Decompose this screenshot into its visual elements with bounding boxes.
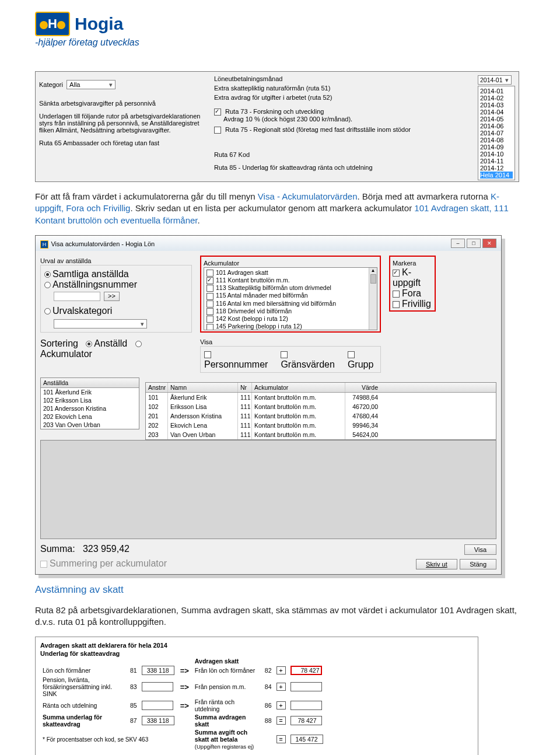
lbl-samtliga: Samtliga anställda (52, 269, 129, 279)
maximize-button[interactable]: □ (467, 239, 481, 248)
list-item[interactable]: 202 Ekovich Lena (41, 413, 139, 421)
anstnr-input[interactable] (54, 292, 100, 301)
r85-input[interactable] (142, 701, 173, 710)
ack-cb-111[interactable] (206, 277, 214, 284)
r88-num: 88 (262, 713, 274, 728)
col-anstnr: Anstnr (146, 383, 168, 392)
ruta75-checkbox[interactable] (214, 127, 221, 134)
lbl-fora: Fora (402, 288, 421, 298)
period-item[interactable]: 2014-08 (480, 137, 513, 144)
stang-button[interactable]: Stäng (460, 559, 496, 569)
result-grid: Anstnr Namn Nr Ackumulator Värde 101Åker… (145, 382, 496, 440)
anstallda-list[interactable]: Anställda 101 Åkerlund Erik 102 Eriksson… (40, 378, 139, 429)
radio-sort-ack[interactable] (135, 341, 142, 347)
ack-it-118: 118 Drivmedel vid bilförmån (216, 307, 292, 314)
rfin-note: (Uppgiften registeras ej) (195, 743, 254, 750)
list-item[interactable]: 102 Eriksson Lisa (41, 396, 139, 404)
kategori-label: Kategori (39, 81, 63, 88)
ack-it-145: 145 Parkering (belopp i ruta 12) (216, 323, 302, 330)
table-row: 202Ekovich Lena111Kontant bruttolön m.m.… (146, 421, 496, 430)
skrivut-button[interactable]: Skriv ut (416, 559, 457, 569)
period-item[interactable]: 2014-11 (480, 158, 513, 165)
period-item[interactable]: 2014-03 (480, 102, 513, 109)
radio-samtliga[interactable] (44, 271, 51, 278)
ruta65-text: Ruta 65 Ambassader och företag utan fast (39, 139, 202, 146)
ack-cb-115[interactable] (206, 293, 214, 300)
cb-summering[interactable] (40, 561, 47, 568)
forward-button[interactable]: >> (104, 292, 120, 301)
cb-frivillig[interactable] (393, 301, 400, 308)
ack-cb-118[interactable] (206, 308, 214, 315)
period-item[interactable]: 2014-12 (480, 165, 513, 172)
period-item-hela[interactable]: Hela 2014 (480, 172, 513, 179)
cb-fora[interactable] (393, 291, 400, 298)
ack-cb-113[interactable] (206, 285, 214, 292)
lbl-sort-anst: Anställd (94, 338, 127, 348)
arrow-icon: => (179, 701, 190, 710)
summa-value: 323 959,42 (83, 544, 130, 554)
period-item[interactable]: 2014-05 (480, 116, 513, 123)
minimize-button[interactable]: – (451, 239, 465, 248)
cb-personnr[interactable] (204, 351, 211, 358)
ack-label: Ackumulator (204, 260, 377, 267)
summa-label: Summa: (40, 544, 75, 554)
p1b: Visa - Ackumulatorvärden (258, 191, 358, 201)
ruta73-checkbox[interactable] (214, 109, 221, 116)
cb-grupp[interactable] (348, 351, 355, 358)
period-item[interactable]: 2014-10 (480, 151, 513, 158)
period-item[interactable]: 2014-09 (480, 144, 513, 151)
r88-input[interactable]: 78 427 (290, 716, 322, 725)
period-item[interactable]: 2014-04 (480, 109, 513, 116)
ack-cb-101[interactable] (206, 270, 214, 277)
ack-cb-145[interactable] (206, 324, 214, 330)
cb-gransv[interactable] (281, 351, 288, 358)
grid-empty-area (40, 440, 496, 539)
col-namn: Namn (168, 383, 238, 392)
r81-label: Lön och förmåner (40, 665, 128, 676)
r81-num: 81 (128, 665, 139, 676)
ss3-title1: Avdragen skatt att deklarera för hela 20… (40, 642, 473, 649)
r85-num: 85 (128, 698, 139, 713)
period-item[interactable]: 2014-02 (480, 95, 513, 102)
r81-input[interactable]: 338 118 (142, 666, 174, 675)
eq-icon: = (276, 735, 286, 743)
urvalkat-dropdown[interactable] (54, 319, 147, 328)
ack-it-142: 142 Kost (belopp i ruta 12) (216, 315, 288, 322)
period-item[interactable]: 2014-07 (480, 130, 513, 137)
r83-input[interactable] (142, 682, 173, 691)
list-item[interactable]: 203 Van Oven Urban (41, 421, 139, 429)
period-item[interactable]: 2014-06 (480, 123, 513, 130)
r86-input[interactable] (290, 701, 322, 710)
r87-input[interactable]: 338 118 (142, 716, 174, 725)
radio-urvalkat[interactable] (44, 308, 51, 314)
ack-scrollbar[interactable] (369, 268, 377, 330)
rfin-label: Summa avgift och skatt att betala (195, 729, 247, 743)
radio-sort-anst[interactable] (86, 341, 92, 347)
visa-button[interactable]: Visa (464, 544, 496, 555)
list-item[interactable]: 101 Åkerlund Erik (41, 388, 139, 396)
table-row: 101Åkerlund Erik111Kontant bruttolön m.m… (146, 393, 496, 402)
period-item[interactable]: 2014-01 (480, 88, 513, 95)
arrow-icon: => (179, 683, 190, 691)
r85-label: Ränta och utdelning (40, 698, 128, 713)
list-item[interactable]: 201 Andersson Kristina (41, 404, 139, 413)
cb-kuppgift[interactable] (393, 270, 400, 277)
underlag-text: Underlagen till följande rutor på arbets… (39, 113, 202, 134)
ack-listbox[interactable]: 101 Avdragen skatt 111 Kontant bruttolön… (204, 267, 377, 330)
period-select[interactable]: 2014-01 (478, 75, 512, 85)
radio-anstnr[interactable] (44, 282, 51, 288)
ruta73-sub: Avdrag 10 % (dock högst 230 000 kr/månad… (223, 116, 466, 123)
r82-input[interactable]: 78 427 (290, 666, 322, 675)
ack-cb-142[interactable] (206, 316, 214, 323)
kategori-dropdown[interactable]: Alla (66, 80, 116, 89)
close-button[interactable]: ✕ (482, 239, 496, 248)
r84-input[interactable] (290, 682, 322, 691)
rfin-input[interactable]: 145 472 (290, 735, 323, 744)
ruta85-label: Ruta 85 - Underlag för skatteavdrag ränt… (214, 164, 466, 171)
ack-cb-116[interactable] (206, 300, 214, 307)
eq-icon: = (276, 716, 286, 725)
period-listbox[interactable]: 2014-01 2014-02 2014-03 2014-04 2014-05 … (478, 86, 515, 180)
lbl-gransv: Gränsvärden (281, 359, 335, 369)
r86-num: 86 (262, 698, 274, 713)
table-row: 203Van Oven Urban111Kontant bruttolön m.… (146, 430, 496, 439)
